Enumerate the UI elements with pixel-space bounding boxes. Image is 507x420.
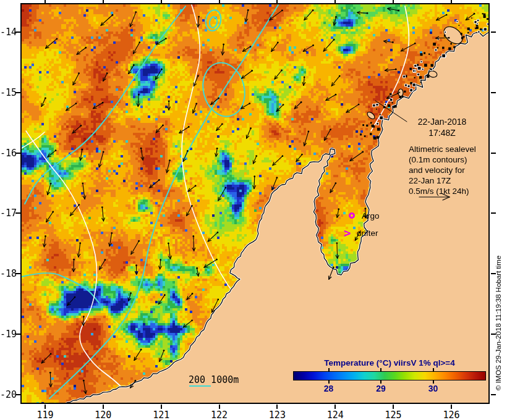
sst-map-canvas	[22, 4, 490, 404]
lon-tick-label: 121	[148, 410, 175, 420]
colorbar-tick-label: 28	[317, 384, 341, 393]
datetime-time: 17:48Z	[408, 127, 476, 138]
sst-map-figure: 119120121122123124125126-14-15-16-17-18-…	[0, 0, 507, 420]
axis-tick	[393, 405, 394, 409]
axis-tick	[451, 405, 452, 409]
depth-scale-line	[189, 385, 211, 387]
altimetry-line: and velocity for	[409, 165, 489, 175]
drifter-label: drifter	[357, 229, 378, 238]
axis-tick	[491, 153, 496, 154]
argo-marker-icon	[349, 212, 355, 219]
axis-tick	[393, 0, 394, 4]
lon-tick-label: 119	[32, 410, 59, 420]
colorbar-tick	[328, 368, 330, 371]
axis-tick	[491, 394, 496, 395]
axis-tick	[161, 0, 162, 4]
lat-tick-label: -14	[0, 27, 15, 38]
lat-tick-label: -15	[0, 87, 15, 98]
lon-tick-label: 122	[206, 410, 233, 420]
axis-tick	[276, 405, 278, 409]
datetime-annotation: 22-Jan-2018 17:48Z	[408, 116, 476, 138]
axis-tick	[451, 0, 452, 4]
altimetry-line: (0.1m contours)	[409, 154, 489, 165]
colorbar-tick-label: 30	[421, 384, 446, 393]
altimetry-line: 0.5m/s (1kt 24h)	[409, 186, 489, 196]
altimetry-annotation: Altimetric sealevel (0.1m contours) and …	[409, 144, 489, 196]
axis-tick	[276, 0, 278, 4]
altimetry-line: Altimetric sealevel	[409, 144, 489, 154]
altimetry-line: 22-Jan 17Z	[409, 175, 489, 186]
argo-label: Argo	[362, 211, 380, 220]
lon-tick-label: 120	[90, 410, 117, 420]
axis-tick	[334, 0, 336, 4]
colorbar-tick-label: 29	[369, 384, 393, 393]
axis-tick	[219, 405, 220, 409]
axis-tick	[334, 405, 336, 409]
lat-tick-label: -19	[0, 329, 15, 340]
lat-tick-label: -20	[0, 389, 15, 400]
axis-tick	[45, 0, 46, 4]
axis-tick	[491, 32, 496, 33]
colorbar-tick	[380, 368, 381, 371]
lon-tick-label: 124	[322, 410, 349, 420]
colorbar-gradient	[293, 371, 486, 380]
lat-tick-label: -17	[0, 208, 15, 219]
axis-tick	[491, 92, 496, 93]
datetime-date: 22-Jan-2018	[408, 116, 476, 127]
axis-tick	[219, 0, 220, 4]
colorbar-tick	[433, 368, 434, 371]
drifter-marker-icon: >	[344, 226, 351, 240]
lon-tick-label: 126	[438, 410, 465, 420]
axis-tick	[491, 212, 496, 214]
credit-text: © IMOS 29-Jan-2018 11:19:38 Hobart time	[495, 256, 502, 391]
lat-tick-label: -16	[0, 148, 15, 159]
lat-tick-label: -18	[0, 268, 15, 279]
axis-tick	[103, 405, 104, 409]
lon-tick-label: 125	[380, 410, 407, 420]
lon-tick-label: 123	[263, 410, 291, 420]
axis-tick	[161, 405, 162, 409]
depth-scale-label: 200 1000m	[189, 374, 239, 385]
axis-tick	[103, 0, 104, 4]
colorbar-title: Temperature (°C) viirsV 1% ql>=4	[293, 358, 486, 368]
axis-tick	[45, 405, 46, 409]
